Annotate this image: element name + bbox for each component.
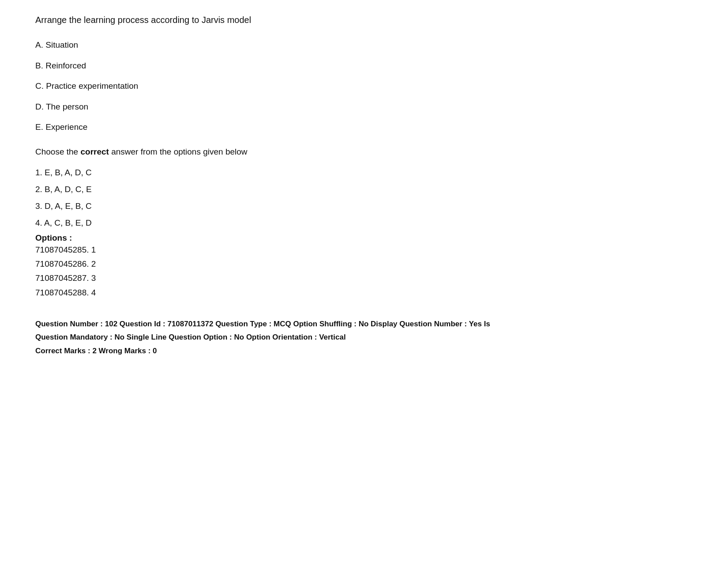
option-d-label: D. [35, 102, 46, 111]
answer-4: 4. A, C, B, E, D [35, 216, 693, 230]
option-c-label: C. [35, 81, 46, 91]
option-code-2: 71087045286. 2 [35, 257, 693, 271]
option-c-text: Practice experimentation [46, 81, 138, 91]
option-e-label: E. [35, 122, 45, 132]
instruction-text: Choose the correct answer from the optio… [35, 147, 693, 157]
option-code-3: 71087045287. 3 [35, 271, 693, 285]
option-b: B. Reinforced [35, 60, 693, 72]
answer-3: 3. D, A, E, B, C [35, 199, 693, 213]
option-d-text: The person [46, 102, 88, 111]
option-b-label: B. [35, 61, 45, 70]
answer-1: 1. E, B, A, D, C [35, 166, 693, 180]
meta-text: Question Number : 102 Question Id : 7108… [35, 317, 521, 344]
option-d: D. The person [35, 101, 693, 113]
question-container: Arrange the learning process according t… [35, 13, 693, 358]
option-code-4: 71087045288. 4 [35, 286, 693, 300]
option-a: A. Situation [35, 39, 693, 52]
marks-text: Correct Marks : 2 Wrong Marks : 0 [35, 344, 521, 358]
answers-list: 1. E, B, A, D, C 2. B, A, D, C, E 3. D, … [35, 166, 693, 230]
instruction-suffix: answer from the options given below [109, 147, 248, 156]
option-codes-list: 71087045285. 1 71087045286. 2 7108704528… [35, 243, 693, 300]
option-e: E. Experience [35, 121, 693, 134]
option-a-text: Situation [45, 40, 78, 49]
option-b-text: Reinforced [45, 61, 86, 70]
instruction-bold: correct [80, 147, 109, 156]
option-code-1: 71087045285. 1 [35, 243, 693, 257]
options-section-label: Options : [35, 233, 693, 243]
option-a-label: A. [35, 40, 45, 49]
option-e-text: Experience [45, 122, 87, 132]
question-title: Arrange the learning process according t… [35, 13, 693, 26]
options-list: A. Situation B. Reinforced C. Practice e… [35, 39, 693, 134]
instruction-prefix: Choose the [35, 147, 80, 156]
meta-info: Question Number : 102 Question Id : 7108… [35, 317, 521, 358]
option-c: C. Practice experimentation [35, 80, 693, 93]
answer-2: 2. B, A, D, C, E [35, 182, 693, 196]
